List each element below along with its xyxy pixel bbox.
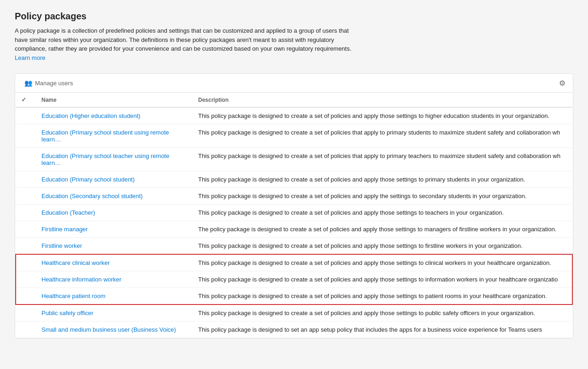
row-description-text: This policy package is designed to set a… xyxy=(198,326,542,333)
table-row: Healthcare information worker This polic… xyxy=(16,271,572,288)
row-description-text: This policy package is designed to creat… xyxy=(198,276,558,283)
users-icon: 👥 xyxy=(24,79,32,87)
settings-button[interactable]: ⚙ xyxy=(559,79,565,88)
row-name-cell: Healthcare clinical worker xyxy=(34,254,191,271)
row-description-text: This policy package is designed to creat… xyxy=(198,152,560,159)
header-check-icon: ✓ xyxy=(21,96,26,103)
row-description-text: This policy package is designed to creat… xyxy=(198,209,504,216)
row-name-cell: Healthcare patient room xyxy=(34,288,191,305)
row-description-cell: The policy package is designed to create… xyxy=(191,221,572,238)
gear-icon: ⚙ xyxy=(559,79,565,87)
row-description-text: This policy package is designed to creat… xyxy=(198,259,551,266)
policy-table: ✓ Name Description Education (Higher edu… xyxy=(15,93,573,338)
table-row: Firstline worker This policy package is … xyxy=(16,238,572,255)
row-checkbox-cell xyxy=(16,288,34,305)
check-column-header: ✓ xyxy=(16,93,34,107)
description-column-header: Description xyxy=(191,93,572,107)
row-checkbox-cell xyxy=(16,221,34,238)
row-name-cell: Small and medium business user (Business… xyxy=(34,322,191,338)
row-description-cell: This policy package is designed to creat… xyxy=(191,254,572,271)
row-checkbox-cell xyxy=(16,124,34,148)
table-row: Small and medium business user (Business… xyxy=(16,322,572,338)
row-description-text: This policy package is designed to creat… xyxy=(198,129,560,136)
row-description-text: This policy package is designed to creat… xyxy=(198,242,523,249)
row-description-cell: This policy package is designed to creat… xyxy=(191,107,572,124)
table-row: Healthcare patient room This policy pack… xyxy=(16,288,572,305)
row-description-cell: This policy package is designed to creat… xyxy=(191,148,572,171)
policy-package-link[interactable]: Firstline manager xyxy=(41,226,88,233)
manage-users-button[interactable]: 👥 Manage users xyxy=(23,78,75,88)
table-row: Public safety officer This policy packag… xyxy=(16,305,572,322)
row-name-cell: Education (Teacher) xyxy=(34,205,191,221)
row-name-cell: Education (Primary school teacher using … xyxy=(34,148,191,171)
row-checkbox-cell xyxy=(16,188,34,205)
row-checkbox-cell xyxy=(16,238,34,255)
table-row: Education (Teacher) This policy package … xyxy=(16,205,572,221)
policy-package-link[interactable]: Healthcare clinical worker xyxy=(41,259,110,266)
policy-package-link[interactable]: Education (Secondary school student) xyxy=(41,193,143,199)
table-toolbar: 👥 Manage users ⚙ xyxy=(15,74,573,93)
table-row: Education (Primary school student using … xyxy=(16,124,572,148)
policy-package-link[interactable]: Education (Primary school teacher using … xyxy=(41,152,169,166)
row-checkbox-cell xyxy=(16,171,34,188)
manage-users-label: Manage users xyxy=(35,80,73,87)
row-name-cell: Firstline worker xyxy=(34,238,191,255)
row-name-cell: Healthcare information worker xyxy=(34,271,191,288)
row-name-cell: Education (Higher education student) xyxy=(34,107,191,124)
row-description-cell: This policy package is designed to creat… xyxy=(191,288,572,305)
row-name-cell: Education (Primary school student) xyxy=(34,171,191,188)
row-checkbox-cell xyxy=(16,107,34,124)
row-description-cell: This policy package is designed to creat… xyxy=(191,171,572,188)
policy-package-link[interactable]: Public safety officer xyxy=(41,310,93,316)
row-name-cell: Public safety officer xyxy=(34,305,191,322)
row-name-cell: Education (Secondary school student) xyxy=(34,188,191,205)
table-row: Education (Higher education student) Thi… xyxy=(16,107,572,124)
row-description-text: The policy package is designed to create… xyxy=(198,226,557,233)
row-checkbox-cell xyxy=(16,271,34,288)
policy-package-link[interactable]: Education (Higher education student) xyxy=(41,112,141,119)
policy-package-link[interactable]: Healthcare patient room xyxy=(41,293,106,299)
row-checkbox-cell xyxy=(16,305,34,322)
policy-package-link[interactable]: Small and medium business user (Business… xyxy=(41,326,176,333)
row-description-text: This policy package is designed to creat… xyxy=(198,112,549,119)
table-header-row: ✓ Name Description xyxy=(16,93,572,107)
table-row: Firstline manager The policy package is … xyxy=(16,221,572,238)
table-row: Education (Secondary school student) Thi… xyxy=(16,188,572,205)
row-description-cell: This policy package is designed to set a… xyxy=(191,322,572,338)
row-description-text: This policy package is designed to creat… xyxy=(198,293,547,299)
row-checkbox-cell xyxy=(16,254,34,271)
policy-package-link[interactable]: Education (Primary school student using … xyxy=(41,129,169,143)
row-description-text: This policy package is designed to creat… xyxy=(198,176,525,183)
row-checkbox-cell xyxy=(16,148,34,171)
name-column-header: Name xyxy=(34,93,191,107)
row-checkbox-cell xyxy=(16,322,34,338)
table-row: Education (Primary school teacher using … xyxy=(16,148,572,171)
row-description-cell: This policy package is designed to creat… xyxy=(191,238,572,255)
row-description-cell: This policy package is designed to creat… xyxy=(191,271,572,288)
page-description: A policy package is a collection of pred… xyxy=(15,26,356,62)
row-name-cell: Firstline manager xyxy=(34,221,191,238)
row-description-cell: This policy package is designed to creat… xyxy=(191,305,572,322)
table-row: Healthcare clinical worker This policy p… xyxy=(16,254,572,271)
policy-package-link[interactable]: Firstline worker xyxy=(41,242,82,249)
page-title: Policy packages xyxy=(15,11,573,22)
policy-package-link[interactable]: Healthcare information worker xyxy=(41,276,121,283)
row-description-cell: This policy package is designed to creat… xyxy=(191,188,572,205)
table-row: Education (Primary school student) This … xyxy=(16,171,572,188)
policy-packages-table-container: 👥 Manage users ⚙ ✓ Name Description xyxy=(15,73,573,339)
policy-package-link[interactable]: Education (Primary school student) xyxy=(41,176,135,183)
row-checkbox-cell xyxy=(16,205,34,221)
row-description-cell: This policy package is designed to creat… xyxy=(191,124,572,148)
learn-more-link[interactable]: Learn more xyxy=(15,54,45,61)
row-description-cell: This policy package is designed to creat… xyxy=(191,205,572,221)
row-description-text: This policy package is designed to creat… xyxy=(198,310,535,316)
policy-package-link[interactable]: Education (Teacher) xyxy=(41,209,95,216)
row-description-text: This policy package is designed to creat… xyxy=(198,193,527,199)
row-name-cell: Education (Primary school student using … xyxy=(34,124,191,148)
